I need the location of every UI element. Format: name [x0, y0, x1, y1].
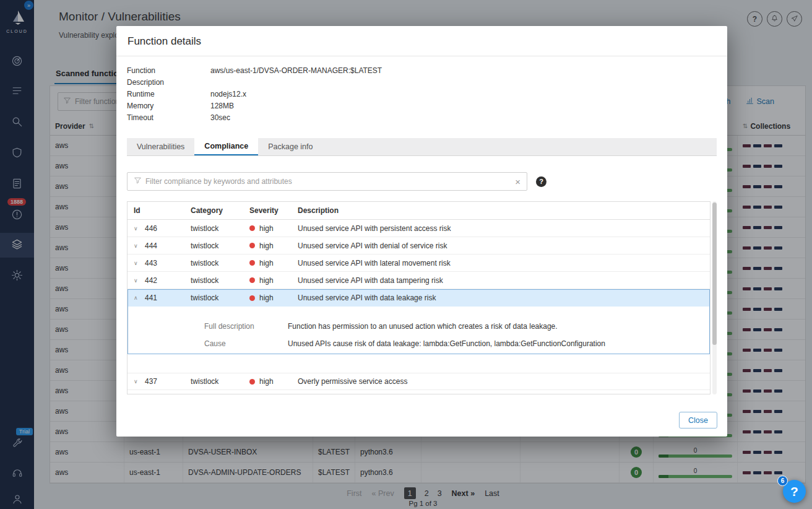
compliance-row-group: ∨ 442 twistlock high Unused service API …	[127, 272, 710, 289]
compliance-description: Unused service API with data leakage ris…	[290, 294, 710, 302]
filter-help-icon[interactable]: ?	[536, 176, 546, 187]
chevron-icon[interactable]: ∨	[134, 277, 140, 284]
compliance-row[interactable]: ∨ 437 twistlock high Overly permissive s…	[127, 373, 710, 390]
compliance-table-body: ∨ 446 twistlock high Unused service API …	[127, 220, 710, 390]
clear-filter-icon[interactable]: ×	[515, 177, 520, 186]
compliance-description: Unused service API with data tampering r…	[290, 276, 710, 285]
cell-id: ∨ 437	[127, 377, 183, 386]
full-description-value: Function has permission to an unused act…	[288, 320, 710, 333]
modal-tabs: Vulnerabilities Compliance Package info	[127, 138, 717, 156]
cell-severity: high	[242, 241, 290, 250]
chevron-icon[interactable]: ∨	[134, 225, 140, 232]
detail-row: Timeout 30sec	[127, 112, 716, 124]
detail-row: Memory 128MB	[127, 100, 716, 112]
close-button[interactable]: Close	[679, 412, 717, 429]
compliance-description: Unused service API with persistent acces…	[290, 224, 710, 233]
help-fab-badge: 6	[777, 476, 788, 486]
compliance-id: 446	[145, 224, 157, 233]
compliance-header-id[interactable]: Id	[127, 206, 183, 215]
compliance-category: twistlock	[183, 259, 242, 268]
full-description-line: Full description Function has permission…	[127, 320, 710, 333]
cell-severity: high	[242, 276, 290, 285]
chevron-icon[interactable]: ∧	[134, 295, 140, 301]
chevron-icon[interactable]: ∨	[134, 378, 140, 385]
severity-dot	[249, 243, 255, 248]
compliance-row[interactable]: ∨ 442 twistlock high Unused service API …	[127, 272, 710, 289]
detail-label: Timeout	[127, 112, 210, 124]
cell-severity: high	[242, 377, 290, 386]
compliance-row-group: ∨ 444 twistlock high Unused service API …	[127, 237, 710, 254]
compliance-id: 441	[145, 294, 157, 302]
compliance-filter-input[interactable]	[145, 177, 511, 186]
modal-tab-vulnerabilities[interactable]: Vulnerabilities	[127, 138, 194, 155]
detail-value: 128MB	[210, 100, 234, 112]
full-description-label: Full description	[204, 320, 288, 333]
compliance-header-severity[interactable]: Severity	[242, 206, 290, 215]
question-icon: ?	[790, 484, 798, 499]
modal-tab-compliance[interactable]: Compliance	[194, 138, 258, 155]
funnel-icon	[134, 176, 142, 187]
compliance-id: 444	[145, 241, 157, 250]
function-details-modal: Function details Function aws/us-east-1/…	[116, 26, 727, 437]
compliance-filter: ×	[127, 172, 527, 191]
compliance-table-header: Id Category Severity Description	[127, 202, 710, 220]
scrollbar-track[interactable]	[712, 201, 717, 394]
compliance-row[interactable]: ∨ 444 twistlock high Unused service API …	[127, 237, 710, 254]
help-fab[interactable]: 6 ?	[783, 480, 806, 503]
scrollbar-thumb[interactable]	[712, 202, 717, 345]
cell-id: ∨ 442	[127, 276, 183, 285]
compliance-description: Unused service API with lateral movement…	[290, 259, 710, 268]
chevron-icon[interactable]: ∨	[134, 243, 140, 249]
modal-title: Function details	[116, 26, 727, 56]
detail-value: 30sec	[210, 112, 230, 124]
compliance-row-group: ∨ 437 twistlock high Overly permissive s…	[127, 373, 710, 390]
detail-row: Description	[127, 77, 716, 89]
chevron-icon[interactable]: ∨	[134, 260, 140, 266]
compliance-id: 442	[145, 276, 157, 285]
severity-label: high	[259, 377, 274, 386]
compliance-row[interactable]: ∧ 441 twistlock high Unused service API …	[127, 289, 710, 307]
severity-dot	[249, 379, 255, 385]
compliance-row[interactable]: ∨ 446 twistlock high Unused service API …	[127, 220, 710, 237]
compliance-row-group: ∨ 443 twistlock high Unused service API …	[127, 254, 710, 272]
severity-label: high	[259, 241, 274, 250]
compliance-row-group: ∨ 446 twistlock high Unused service API …	[127, 220, 710, 237]
cell-severity: high	[242, 224, 290, 233]
severity-dot	[249, 277, 255, 283]
severity-label: high	[259, 276, 274, 285]
severity-label: high	[259, 224, 274, 233]
compliance-description: Overly permissive service access	[290, 377, 710, 386]
compliance-header-description[interactable]: Description	[290, 206, 710, 215]
cause-line: Cause Unused APIs cause risk of data lea…	[127, 337, 710, 350]
detail-row: Function aws/us-east-1/DVSA-ORDER-MANAGE…	[127, 65, 716, 77]
compliance-row-group: ∧ 441 twistlock high Unused service API …	[127, 289, 710, 354]
modal-tab-package-info[interactable]: Package info	[258, 138, 322, 155]
compliance-category: twistlock	[183, 276, 242, 285]
compliance-row[interactable]: ∨ 443 twistlock high Unused service API …	[127, 254, 710, 272]
compliance-filter-row: × ?	[127, 172, 717, 191]
severity-dot	[249, 260, 255, 266]
compliance-id: 437	[145, 377, 157, 386]
severity-dot	[249, 295, 255, 301]
compliance-category: twistlock	[183, 224, 242, 233]
cause-label: Cause	[204, 337, 288, 350]
compliance-header-category[interactable]: Category	[183, 206, 242, 215]
cell-severity: high	[242, 259, 290, 268]
compliance-row-details: Full description Function has permission…	[127, 307, 710, 354]
severity-label: high	[259, 294, 274, 302]
severity-dot	[249, 225, 255, 231]
screen: » CLOUD 1888	[0, 0, 812, 509]
cell-severity: high	[242, 294, 290, 302]
compliance-table: Id Category Severity Description ∨ 446 t…	[127, 201, 710, 394]
cell-id: ∨ 444	[127, 241, 183, 250]
detail-value: nodejs12.x	[210, 89, 246, 100]
cause-value: Unused APIs cause risk of data leakage: …	[288, 337, 710, 350]
detail-label: Description	[127, 77, 210, 89]
detail-value: aws/us-east-1/DVSA-ORDER-MANAGER:$LATEST	[210, 65, 382, 77]
compliance-category: twistlock	[183, 241, 242, 250]
detail-label: Runtime	[127, 89, 210, 100]
cell-id: ∨ 443	[127, 259, 183, 268]
cell-id: ∧ 441	[127, 294, 183, 302]
compliance-description: Unused service API with denial of servic…	[290, 241, 710, 250]
cell-id: ∨ 446	[127, 224, 183, 233]
